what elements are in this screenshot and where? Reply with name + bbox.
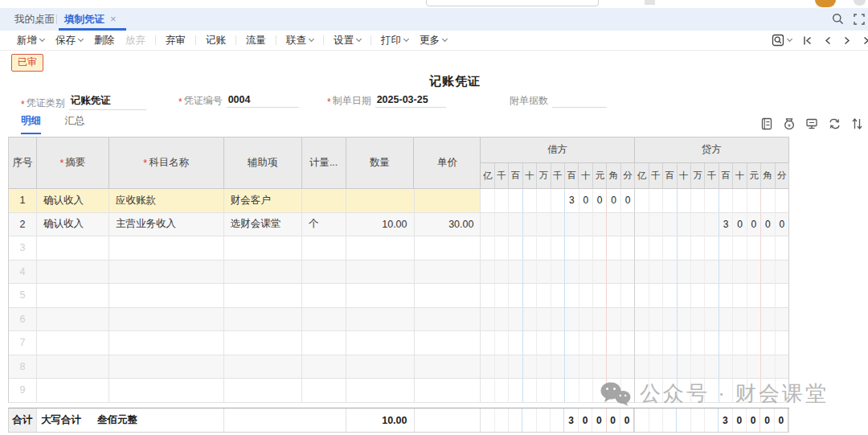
digit-cell[interactable] [678, 308, 691, 332]
cell-summary[interactable] [37, 355, 109, 380]
cell-no[interactable]: 8 [9, 355, 37, 380]
digit-cell[interactable] [677, 408, 690, 432]
digit-cell[interactable] [593, 284, 607, 308]
digit-cell[interactable] [495, 261, 509, 285]
cell-no[interactable]: 4 [9, 261, 37, 285]
digit-cell[interactable] [635, 408, 649, 432]
digit-cell[interactable] [537, 284, 551, 308]
cell-no[interactable]: 9 [9, 379, 37, 403]
prev-page-icon[interactable] [824, 35, 832, 46]
digit-cell[interactable] [663, 379, 677, 403]
digit-cell[interactable] [551, 213, 565, 237]
digit-cell[interactable] [579, 236, 593, 261]
digit-cell[interactable] [621, 331, 635, 355]
close-icon[interactable]: × [110, 13, 117, 25]
digit-cell[interactable] [565, 284, 579, 308]
cell-account[interactable] [109, 331, 224, 355]
digit-cell[interactable] [761, 331, 775, 355]
digit-cell[interactable] [495, 331, 509, 355]
digit-cell[interactable] [565, 213, 579, 237]
digit-cell[interactable] [733, 261, 747, 285]
voucher-number-input[interactable]: 0004 [227, 94, 299, 108]
cell-price[interactable]: 30.00 [415, 213, 481, 237]
digit-cell[interactable] [551, 261, 565, 285]
digit-cell[interactable]: 0 [760, 408, 774, 432]
cell-no[interactable]: 2 [9, 213, 37, 237]
digit-cell[interactable] [663, 189, 677, 213]
digit-cell[interactable] [537, 189, 551, 213]
digit-cell[interactable] [481, 261, 494, 285]
digit-cell[interactable] [537, 236, 551, 261]
cell-aux[interactable] [224, 261, 302, 285]
digit-cell[interactable]: 0 [733, 408, 747, 432]
digit-cell[interactable] [691, 189, 705, 213]
digit-cell[interactable] [495, 236, 509, 261]
digit-cell[interactable]: 3 [565, 189, 579, 213]
cell-summary[interactable]: 确认收入 [37, 213, 109, 237]
cell-no[interactable]: 1 [9, 189, 37, 213]
digit-cell[interactable] [579, 308, 593, 332]
digit-cell[interactable] [663, 213, 677, 237]
digit-cell[interactable]: 3 [719, 213, 733, 237]
digit-cell[interactable] [776, 379, 789, 403]
digit-cell[interactable] [719, 284, 733, 308]
digit-cell[interactable] [565, 355, 579, 380]
toolbar-item[interactable]: 联查 [286, 34, 313, 47]
digit-cell[interactable] [649, 236, 663, 261]
digit-cell[interactable] [761, 189, 775, 213]
digit-cell[interactable] [649, 284, 663, 308]
digit-cell[interactable] [551, 236, 565, 261]
tab-fill-voucher[interactable]: 填制凭证× [64, 8, 117, 31]
digit-cell[interactable] [565, 331, 579, 355]
digit-cell[interactable] [719, 189, 733, 213]
digit-cell[interactable]: 0 [747, 213, 761, 237]
digit-cell[interactable] [621, 261, 635, 285]
digit-cell[interactable] [649, 408, 663, 432]
toolbar-item[interactable]: 删除 [94, 34, 114, 47]
digit-cell[interactable] [747, 379, 761, 403]
digit-cell[interactable] [481, 236, 494, 261]
toolbar-item[interactable]: 放弃 [125, 34, 145, 47]
digit-cell[interactable] [761, 355, 775, 380]
digit-cell[interactable] [607, 355, 620, 380]
digit-cell[interactable] [649, 213, 663, 237]
digit-cell[interactable] [678, 189, 691, 213]
digit-cell[interactable] [481, 379, 494, 403]
cell-price[interactable] [415, 331, 481, 355]
digit-cell[interactable] [733, 355, 747, 380]
digit-cell[interactable] [705, 331, 719, 355]
digit-cell[interactable] [733, 331, 747, 355]
digit-cell[interactable] [621, 379, 635, 403]
digit-cell[interactable] [663, 284, 677, 308]
digit-cell[interactable] [593, 236, 607, 261]
digit-cell[interactable]: 0 [579, 408, 592, 432]
digit-cell[interactable] [733, 379, 747, 403]
digit-cell[interactable] [509, 213, 522, 237]
digit-cell[interactable] [635, 236, 649, 261]
cell-no[interactable]: 7 [9, 331, 37, 355]
digit-cell[interactable] [776, 261, 789, 285]
toolbar-item[interactable]: 弃审 [166, 34, 186, 47]
cell-account[interactable] [109, 379, 224, 403]
cell-unit[interactable] [302, 261, 346, 285]
digit-cell[interactable] [678, 213, 691, 237]
digit-cell[interactable] [733, 236, 747, 261]
digit-cell[interactable] [747, 308, 761, 332]
digit-cell[interactable] [523, 284, 537, 308]
digit-cell[interactable] [705, 408, 719, 432]
cell-summary[interactable] [37, 379, 109, 403]
digit-cell[interactable] [509, 189, 522, 213]
digit-cell[interactable] [607, 308, 620, 332]
digit-cell[interactable] [691, 379, 705, 403]
digit-cell[interactable] [678, 355, 691, 380]
toolbar-item[interactable]: 保存 [55, 34, 83, 47]
fullscreen-icon[interactable] [854, 14, 865, 25]
cell-unit[interactable] [302, 189, 346, 213]
digit-cell[interactable] [523, 261, 537, 285]
digit-cell[interactable]: 0 [620, 408, 634, 432]
digit-cell[interactable]: 3 [564, 408, 578, 432]
digit-cell[interactable] [635, 284, 649, 308]
digit-cell[interactable] [649, 355, 663, 380]
digit-cell[interactable] [551, 408, 564, 432]
cell-unit[interactable] [302, 236, 346, 261]
